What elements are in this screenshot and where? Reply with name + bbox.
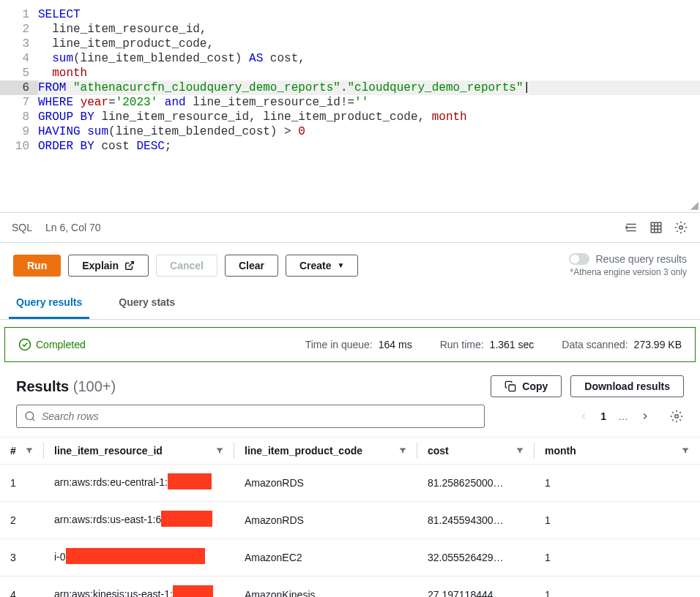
cell-cost: 81.258625000… [417, 465, 535, 502]
code-line[interactable]: WHERE year='2023' and line_item_resource… [38, 95, 700, 110]
page-ellipsis: … [618, 410, 628, 422]
explain-button[interactable]: Explain [68, 255, 149, 277]
code-line[interactable]: HAVING sum(line_item_blended_cost) > 0 [38, 124, 700, 139]
clear-button[interactable]: Clear [225, 255, 278, 277]
svg-point-2 [20, 339, 31, 350]
results-count: (100+) [73, 378, 116, 394]
svg-rect-0 [651, 222, 661, 233]
completion-status-bar: Completed Time in queue:164 ms Run time:… [4, 327, 696, 362]
copy-button[interactable]: Copy [491, 375, 562, 397]
format-icon[interactable] [624, 220, 638, 235]
code-area[interactable]: SELECT line_item_resource_id, line_item_… [38, 0, 700, 212]
line-number: 6 [0, 80, 38, 95]
redacted-block [66, 548, 205, 564]
filter-icon[interactable] [215, 446, 224, 455]
engine-note: *Athena engine version 3 only [569, 267, 687, 277]
results-tabs: Query results Query stats [0, 288, 700, 320]
line-gutter: 12345678910 [0, 0, 38, 212]
cell-product-code: AmazonRDS [234, 465, 417, 502]
table-row[interactable]: 3i-0AmazonEC232.055526429…1 [0, 539, 700, 577]
download-results-button[interactable]: Download results [570, 375, 684, 397]
data-scanned-label: Data scanned: [562, 339, 628, 350]
line-number: 8 [0, 110, 29, 124]
code-line[interactable]: line_item_product_code, [38, 37, 700, 51]
row-number: 4 [0, 577, 44, 598]
row-number: 3 [0, 539, 44, 577]
cell-resource-id: arn:aws:rds:eu-central-1: [44, 465, 234, 502]
language-label: SQL [12, 222, 32, 233]
queue-time-label: Time in queue: [305, 339, 373, 350]
filter-icon[interactable] [681, 446, 690, 455]
cursor-position: Ln 6, Col 70 [45, 222, 101, 233]
table-row[interactable]: 1arn:aws:rds:eu-central-1:AmazonRDS81.25… [0, 465, 700, 502]
column-header[interactable]: month [535, 438, 700, 465]
code-line[interactable]: FROM "athenacurcfn_cloudquery_demo_repor… [38, 80, 700, 95]
code-line[interactable]: month [38, 66, 700, 80]
copy-icon [504, 380, 516, 392]
column-header[interactable]: cost [417, 438, 535, 465]
cell-resource-id: i-0 [44, 539, 234, 577]
next-page-icon[interactable] [640, 411, 650, 421]
cell-month: 1 [535, 577, 700, 598]
row-number: 2 [0, 502, 44, 539]
settings-icon[interactable] [674, 220, 688, 235]
filter-icon[interactable] [398, 446, 407, 455]
column-header[interactable]: # [0, 438, 44, 465]
column-header[interactable]: line_item_product_code [234, 438, 417, 465]
search-rows-box[interactable] [16, 405, 485, 428]
run-time-label: Run time: [440, 339, 484, 350]
cell-cost: 32.055526429… [417, 539, 535, 577]
code-line[interactable]: SELECT [38, 7, 700, 22]
line-number: 4 [0, 51, 29, 66]
svg-point-4 [26, 412, 34, 420]
row-number: 1 [0, 465, 44, 502]
table-row[interactable]: 2arn:aws:rds:us-east-1:6AmazonRDS81.2455… [0, 502, 700, 539]
cell-month: 1 [535, 502, 700, 539]
cell-product-code: AmazonEC2 [234, 539, 417, 577]
resize-handle-icon[interactable]: ◢ [690, 199, 699, 211]
column-header[interactable]: line_item_resource_id [44, 438, 234, 465]
reuse-results-toggle[interactable] [569, 253, 589, 265]
cell-month: 1 [535, 465, 700, 502]
cell-product-code: AmazonRDS [234, 502, 417, 539]
redacted-block [161, 511, 212, 527]
completion-status: Completed [36, 339, 86, 350]
svg-point-5 [675, 415, 679, 418]
code-line[interactable]: GROUP BY line_item_resource_id, line_ite… [38, 110, 700, 124]
queue-time-value: 164 ms [379, 339, 412, 350]
sql-editor[interactable]: 12345678910 SELECT line_item_resource_id… [0, 0, 700, 212]
page-number: 1 [600, 410, 606, 422]
table-row[interactable]: 4arn:aws:kinesis:us-east-1:AmazonKinesis… [0, 577, 700, 598]
svg-rect-3 [509, 385, 515, 391]
run-button[interactable]: Run [13, 255, 61, 277]
table-settings-icon[interactable] [669, 409, 684, 424]
pagination: 1 … [578, 409, 684, 424]
check-circle-icon [18, 338, 31, 351]
code-line[interactable]: sum(line_item_blended_cost) AS cost, [38, 51, 700, 66]
external-link-icon [124, 260, 135, 271]
cancel-button: Cancel [156, 255, 217, 277]
svg-point-1 [679, 226, 683, 230]
filter-icon[interactable] [25, 446, 34, 455]
code-line[interactable]: line_item_resource_id, [38, 22, 700, 37]
create-button[interactable]: Create ▼ [286, 255, 359, 277]
redacted-block [173, 585, 213, 597]
line-number: 2 [0, 22, 29, 37]
tab-query-stats[interactable]: Query stats [111, 288, 182, 319]
cell-resource-id: arn:aws:kinesis:us-east-1: [44, 577, 234, 598]
data-scanned-value: 273.99 KB [634, 339, 682, 350]
tab-query-results[interactable]: Query results [9, 288, 89, 319]
code-line[interactable]: ORDER BY cost DESC; [38, 139, 700, 154]
line-number: 1 [0, 7, 29, 22]
cell-month: 1 [535, 539, 700, 577]
run-time-value: 1.361 sec [490, 339, 535, 350]
cell-resource-id: arn:aws:rds:us-east-1:6 [44, 502, 234, 539]
grid-icon[interactable] [649, 220, 663, 235]
search-icon [24, 410, 36, 422]
filter-icon[interactable] [515, 446, 524, 455]
cell-cost: 27.197118444… [417, 577, 535, 598]
copy-label: Copy [522, 380, 548, 392]
search-input[interactable] [42, 410, 477, 422]
cell-product-code: AmazonKinesis [234, 577, 417, 598]
results-table: #line_item_resource_idline_item_product_… [0, 437, 700, 597]
